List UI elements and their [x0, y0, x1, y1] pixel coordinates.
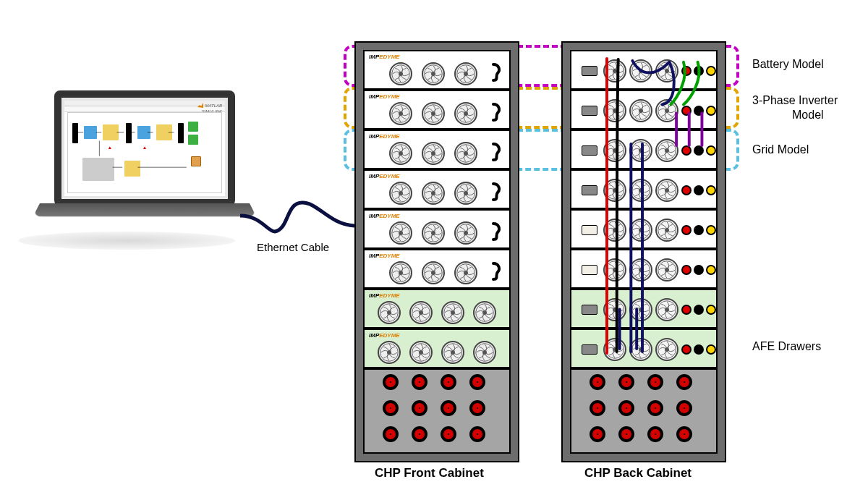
yellow-jack [706, 344, 716, 355]
chp-front-cabinet: IMPEDYME IMPEDYME [354, 41, 519, 462]
impedyme-logo: IMPEDYME [369, 253, 400, 259]
fan-icon [603, 179, 626, 202]
zone-label-inverter2: Model [792, 109, 824, 122]
red-jack [412, 374, 427, 390]
fan-row [373, 301, 501, 324]
jack-row [681, 106, 718, 116]
svg-point-48 [412, 344, 430, 362]
red-jack [681, 305, 692, 315]
red-jack [469, 426, 485, 442]
fan-icon [655, 59, 678, 82]
fan-icon [389, 142, 412, 165]
fan-row [385, 142, 482, 165]
red-jack [681, 145, 692, 156]
svg-point-6 [456, 65, 475, 83]
simulink-model-canvas [67, 112, 222, 193]
back-drawer [570, 209, 718, 249]
red-jack [618, 374, 634, 390]
yellow-jack [706, 66, 716, 76]
svg-point-13 [464, 111, 467, 115]
svg-point-28 [425, 224, 443, 242]
fan-icon [603, 338, 626, 361]
handle-icon [489, 103, 503, 122]
black-jack [694, 66, 704, 76]
red-jack [618, 400, 634, 416]
svg-point-34 [425, 264, 443, 282]
impedyme-logo: IMPEDYME [369, 292, 400, 299]
diagram-stage: MATLAB SIMULINK [0, 0, 868, 487]
red-jack [681, 225, 692, 235]
svg-point-4 [425, 65, 443, 83]
svg-point-29 [431, 231, 435, 234]
black-jack [694, 145, 704, 156]
fan-icon [629, 99, 652, 122]
back-drawer-row [579, 137, 709, 164]
jack-row [681, 265, 718, 275]
impedyme-logo: IMPEDYME [369, 54, 400, 60]
red-jack [383, 400, 399, 416]
svg-point-3 [399, 72, 403, 75]
red-jack [681, 185, 692, 195]
red-jack [469, 400, 485, 416]
fan-icon [389, 261, 412, 284]
fan-row [385, 221, 482, 245]
fan-icon [655, 99, 678, 122]
fan-icon [422, 62, 445, 85]
svg-point-18 [456, 145, 475, 163]
fan-icon [655, 219, 678, 242]
svg-point-37 [464, 271, 467, 274]
front-cabinet-inner: IMPEDYME IMPEDYME [363, 50, 511, 454]
red-jack [681, 265, 692, 275]
red-jack [383, 374, 399, 390]
back-drawer [570, 169, 718, 209]
fan-icon [422, 221, 445, 245]
svg-point-42 [444, 304, 462, 322]
fan-icon [422, 142, 445, 165]
svg-point-20 [392, 185, 410, 203]
fan-icon [629, 59, 652, 82]
svg-point-21 [399, 191, 403, 195]
back-drawer-row [579, 336, 709, 363]
front-drawer: IMPEDYME [363, 50, 511, 90]
black-jack [694, 305, 704, 315]
red-jack [676, 426, 692, 442]
svg-point-26 [392, 224, 410, 242]
back-bottom-panel [570, 368, 718, 454]
jack-grid [383, 374, 491, 448]
fan-icon [603, 59, 626, 82]
back-drawer-row [579, 217, 709, 243]
svg-point-19 [464, 151, 467, 155]
svg-marker-0 [109, 146, 111, 149]
svg-point-23 [431, 191, 435, 195]
back-afe-drawer [570, 329, 718, 368]
fan-icon [473, 301, 496, 324]
fan-icon [389, 62, 412, 85]
svg-marker-1 [143, 146, 146, 149]
laptop: MATLAB SIMULINK [40, 90, 250, 246]
yellow-jack [706, 145, 716, 156]
fan-row [385, 261, 482, 284]
impedyme-logo: IMPEDYME [369, 133, 400, 140]
red-jack [618, 426, 634, 442]
red-jack [647, 374, 663, 390]
laptop-base [33, 203, 257, 216]
svg-point-38 [380, 304, 399, 322]
handle-icon [489, 262, 503, 281]
front-drawer: IMPEDYME [363, 169, 511, 209]
back-afe-drawer [570, 289, 718, 329]
fan-icon [422, 102, 445, 125]
fan-icon [378, 341, 401, 364]
svg-point-11 [431, 111, 435, 115]
fan-icon [655, 179, 678, 202]
fan-icon [655, 139, 678, 162]
fan-icon [629, 338, 652, 361]
fan-icon [454, 261, 477, 284]
fan-icon [629, 179, 652, 202]
red-jack [647, 426, 663, 442]
svg-point-27 [399, 231, 403, 234]
red-jack [383, 426, 399, 442]
svg-point-2 [392, 65, 410, 83]
svg-point-16 [425, 145, 443, 163]
back-drawer [570, 50, 718, 90]
yellow-jack [706, 225, 716, 235]
